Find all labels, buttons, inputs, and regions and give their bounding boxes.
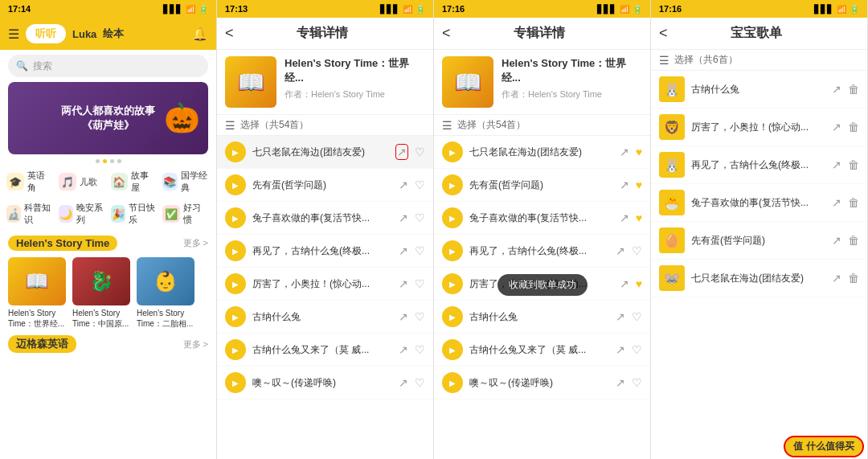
song-item-p3-1[interactable]: ▶ 先有蛋(哲学问题) ↗ ♥: [434, 169, 650, 202]
play-btn-p2-7[interactable]: ▶: [225, 372, 246, 393]
delete-icon-pl-2[interactable]: 🗑: [848, 158, 859, 171]
share-icon-p3-5[interactable]: ↗: [616, 310, 625, 323]
heart-icon-p2-1[interactable]: ♡: [415, 178, 425, 191]
delete-icon-pl-1[interactable]: 🗑: [848, 121, 859, 133]
home-banner[interactable]: 两代人都喜欢的故事 《葫芦娃》 🎃: [8, 82, 208, 154]
heart-icon-p2-6[interactable]: ♡: [415, 343, 425, 356]
heart-icon-p3-5[interactable]: ♡: [632, 310, 642, 323]
listen-tab[interactable]: 听听: [26, 24, 66, 43]
song-item-p2-0[interactable]: ▶ 七只老鼠在海边(团结友爱) ↗ ♡: [217, 136, 433, 169]
back-button-4[interactable]: <: [659, 25, 668, 42]
play-btn-p2-2[interactable]: ▶: [225, 207, 246, 228]
delete-icon-pl-4[interactable]: 🗑: [848, 234, 859, 247]
heart-icon-p2-3[interactable]: ♡: [415, 244, 425, 257]
playlist-item-2[interactable]: 🐰 再见了，古纳什么兔(终极... ↗ 🗑: [651, 146, 867, 184]
share-icon-p2-1[interactable]: ↗: [399, 178, 408, 191]
share-icon-p2-0[interactable]: ↗: [397, 145, 407, 158]
share-icon-p3-2[interactable]: ↗: [620, 211, 629, 224]
song-item-p2-4[interactable]: ▶ 厉害了，小奥拉！(惊心动... ↗ ♡: [217, 268, 433, 301]
search-bar[interactable]: 🔍 搜索: [8, 55, 208, 77]
share-icon-p2-2[interactable]: ↗: [399, 211, 408, 224]
cat-songs[interactable]: 🎵 儿歌: [57, 166, 108, 197]
heart-icon-p3-0[interactable]: ♥: [636, 145, 642, 158]
share-icon-p3-6[interactable]: ↗: [616, 343, 625, 356]
play-btn-p2-1[interactable]: ▶: [225, 174, 246, 195]
song-item-p2-6[interactable]: ▶ 古纳什么兔又来了（莫 威... ↗ ♡: [217, 334, 433, 367]
song-item-p2-1[interactable]: ▶ 先有蛋(哲学问题) ↗ ♡: [217, 169, 433, 202]
play-btn-p2-4[interactable]: ▶: [225, 273, 246, 294]
hamburger-icon[interactable]: ☰: [8, 27, 19, 42]
song-item-p2-7[interactable]: ▶ 噢～叹～(传递呼唤) ↗ ♡: [217, 367, 433, 400]
song-item-p3-7[interactable]: ▶ 噢～叹～(传递呼唤) ↗ ♡: [434, 367, 650, 400]
song-item-p3-3[interactable]: ▶ 再见了，古纳什么兔(终极... ↗ ♡: [434, 235, 650, 268]
heart-icon-p3-3[interactable]: ♡: [632, 244, 642, 257]
playlist-item-3[interactable]: 🐣 兔子喜欢做的事(复活节快... ↗ 🗑: [651, 184, 867, 222]
playlist-item-5[interactable]: 🐭 七只老鼠在海边(团结友爱) ↗ 🗑: [651, 260, 867, 297]
share-icon-p2-7[interactable]: ↗: [399, 376, 408, 389]
heart-icon-p2-5[interactable]: ♡: [415, 310, 425, 323]
share-icon-p2-3[interactable]: ↗: [399, 244, 408, 257]
share-icon-pl-1[interactable]: ↗: [832, 121, 841, 133]
heart-icon-p3-4[interactable]: ♥: [636, 277, 642, 290]
song-item-p2-3[interactable]: ▶ 再见了，古纳什么兔(终极... ↗ ♡: [217, 235, 433, 268]
back-button-3[interactable]: <: [442, 25, 451, 42]
cat-habits[interactable]: ✅ 好习惯: [161, 199, 211, 229]
share-icon-p2-4[interactable]: ↗: [399, 277, 408, 290]
album-china[interactable]: 🐉 Helen's Story Time：中国原...: [72, 257, 130, 329]
share-icon-p3-0[interactable]: ↗: [620, 145, 629, 158]
share-icon-pl-4[interactable]: ↗: [832, 234, 841, 247]
song-item-p2-5[interactable]: ▶ 古纳什么兔 ↗ ♡: [217, 301, 433, 334]
share-icon-p3-3[interactable]: ↗: [616, 244, 625, 257]
delete-icon-pl-0[interactable]: 🗑: [848, 83, 859, 96]
share-icon-pl-5[interactable]: ↗: [832, 272, 841, 285]
song-item-p3-2[interactable]: ▶ 兔子喜欢做的事(复活节快... ↗ ♥: [434, 202, 650, 235]
share-icon-p2-6[interactable]: ↗: [399, 343, 408, 356]
watermark-badge[interactable]: 值 什么值得买: [784, 436, 864, 457]
cat-stories[interactable]: 🏠 故事屋: [109, 166, 160, 197]
back-button-2[interactable]: <: [225, 25, 234, 42]
heart-icon-p2-4[interactable]: ♡: [415, 277, 425, 290]
song-item-p3-0[interactable]: ▶ 七只老鼠在海边(团结友爱) ↗ ♥: [434, 136, 650, 169]
share-icon-pl-0[interactable]: ↗: [832, 83, 841, 96]
user-label[interactable]: Luka: [72, 28, 96, 40]
playlist-item-1[interactable]: 🦁 厉害了，小奥拉！(惊心动... ↗ 🗑: [651, 109, 867, 146]
play-btn-p2-6[interactable]: ▶: [225, 339, 246, 360]
cat-science[interactable]: 🔬 科普知识: [5, 199, 55, 229]
share-icon-pl-3[interactable]: ↗: [832, 196, 841, 209]
cat-english[interactable]: 🎓 英语角: [5, 166, 55, 197]
delete-icon-pl-3[interactable]: 🗑: [848, 196, 859, 209]
play-btn-p3-6[interactable]: ▶: [442, 339, 463, 360]
share-icon-p3-7[interactable]: ↗: [616, 376, 625, 389]
bell-icon[interactable]: 🔔: [192, 27, 208, 42]
play-btn-p2-3[interactable]: ▶: [225, 240, 246, 261]
section-madison-more[interactable]: 更多 >: [183, 338, 208, 350]
song-item-p3-5[interactable]: ▶ 古纳什么兔 ↗ ♡: [434, 301, 650, 334]
cat-classics[interactable]: 📚 国学经典: [161, 166, 211, 197]
share-icon-p2-5[interactable]: ↗: [399, 310, 408, 323]
play-btn-p3-4[interactable]: ▶: [442, 273, 463, 294]
section-helen-more[interactable]: 更多 >: [183, 237, 208, 249]
cat-bedtime[interactable]: 🌙 晚安系列: [57, 199, 108, 229]
play-btn-p3-2[interactable]: ▶: [442, 207, 463, 228]
heart-icon-p2-0[interactable]: ♡: [415, 145, 425, 158]
play-btn-p2-5[interactable]: ▶: [225, 306, 246, 327]
cat-holiday[interactable]: 🎉 节日快乐: [109, 199, 160, 229]
heart-icon-p3-2[interactable]: ♥: [636, 211, 642, 224]
heart-icon-p2-2[interactable]: ♡: [415, 211, 425, 224]
play-btn-p3-3[interactable]: ▶: [442, 240, 463, 261]
play-btn-p3-1[interactable]: ▶: [442, 174, 463, 195]
share-icon-p3-4[interactable]: ↗: [620, 277, 629, 290]
playlist-item-4[interactable]: 🥚 先有蛋(哲学问题) ↗ 🗑: [651, 222, 867, 260]
album-sibling[interactable]: 👶 Helen's Story Time：二胎相...: [137, 257, 194, 329]
play-btn-p3-5[interactable]: ▶: [442, 306, 463, 327]
heart-icon-p3-7[interactable]: ♡: [632, 376, 642, 389]
play-btn-p2-0[interactable]: ▶: [225, 141, 246, 162]
book-label[interactable]: 绘本: [103, 27, 124, 41]
song-item-p2-2[interactable]: ▶ 兔子喜欢做的事(复活节快... ↗ ♡: [217, 202, 433, 235]
heart-icon-p3-6[interactable]: ♡: [632, 343, 642, 356]
share-icon-pl-2[interactable]: ↗: [832, 158, 841, 171]
play-btn-p3-0[interactable]: ▶: [442, 141, 463, 162]
playlist-item-0[interactable]: 🐰 古纳什么兔 ↗ 🗑: [651, 71, 867, 109]
heart-icon-p3-1[interactable]: ♥: [636, 178, 642, 191]
album-world[interactable]: 📖 Helen's Story Time：世界经...: [8, 257, 66, 329]
